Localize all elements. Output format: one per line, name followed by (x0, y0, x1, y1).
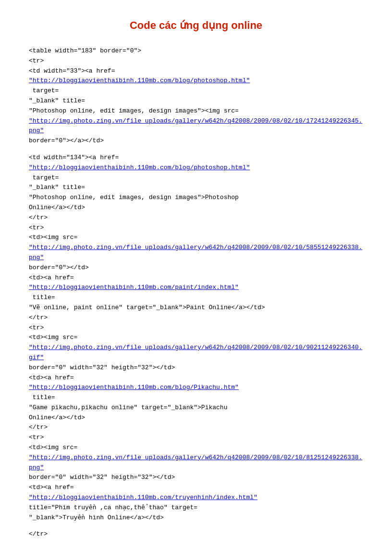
code-line: <td width="33"><a href= (29, 66, 363, 76)
code-link[interactable]: "http://img.photo.zing.vn/file_uploads/g… (29, 454, 336, 461)
code-line: border="0"></td> (29, 263, 363, 273)
code-link[interactable]: "http://img.photo.zing.vn/file_uploads/g… (29, 344, 336, 351)
code-line: </tr> (29, 529, 363, 540)
code-line: "Photoshop online, edit images, design i… (29, 193, 363, 203)
code-content: <table width="183" border="0"><tr><td wi… (29, 46, 363, 540)
code-line: "Photoshop online, edit images, design i… (29, 106, 363, 116)
page-title: Code các ứng dụng online (29, 19, 363, 32)
code-link[interactable]: "http://bloggiaovienthaibinh.110mb.com/b… (29, 77, 250, 84)
code-link[interactable]: "http://bloggiaovienthaibinh.110mb.com/t… (29, 494, 257, 501)
code-line: Online</a></td> (29, 203, 363, 213)
code-line: <td><img src= (29, 443, 363, 453)
code-line: border="0"></a></td> (29, 136, 363, 146)
code-line: "Vẽ online, paint online" target="_blank… (29, 303, 363, 313)
code-line: "_blank" title= (29, 96, 363, 106)
code-line: title= (29, 293, 363, 303)
code-line: <td><img src= (29, 233, 363, 243)
code-line: target= (29, 173, 363, 183)
code-line: <tr> (29, 223, 363, 233)
code-line: </tr> (29, 313, 363, 323)
code-line: <td width="134"><a href= (29, 153, 363, 163)
code-line: title= (29, 393, 363, 403)
code-line: target= (29, 86, 363, 96)
code-line: title="Phim truyền ,ca nhạc,thể thao" ta… (29, 503, 363, 513)
code-line: </tr> (29, 423, 363, 433)
code-line: Online</a></td> (29, 413, 363, 423)
code-line: "Game pikachu,pikachu online" target="_b… (29, 403, 363, 413)
code-link[interactable]: "http://bloggiaovienthaibinh.110mb.com/p… (29, 284, 239, 291)
code-link[interactable]: "http://bloggiaovienthaibinh.110mb.com/b… (29, 164, 250, 171)
code-line: "_blank" title= (29, 183, 363, 193)
code-line: border="0" width="32" heigth="32"></td> (29, 363, 363, 373)
code-link[interactable]: "http://img.photo.zing.vn/file_uploads/g… (29, 117, 336, 125)
code-line: <td><img src= (29, 333, 363, 343)
code-link[interactable]: "http://bloggiaovienthaibinh.110mb.com/b… (29, 384, 239, 391)
code-line: <tr> (29, 323, 363, 333)
code-line: <tr> (29, 433, 363, 443)
code-line: <td><a href= (29, 273, 363, 283)
code-line: <td><a href= (29, 373, 363, 383)
code-line: "_blank">Truyền hình Online</a></td> (29, 513, 363, 523)
code-line: </tr> (29, 213, 363, 223)
code-line: border="0" width="32" heigth="32"></td> (29, 473, 363, 483)
code-line: <tr> (29, 56, 363, 66)
code-link[interactable]: "http://img.photo.zing.vn/file_uploads/g… (29, 244, 336, 251)
code-line: <td><a href= (29, 483, 363, 493)
code-line: <table width="183" border="0"> (29, 46, 363, 56)
